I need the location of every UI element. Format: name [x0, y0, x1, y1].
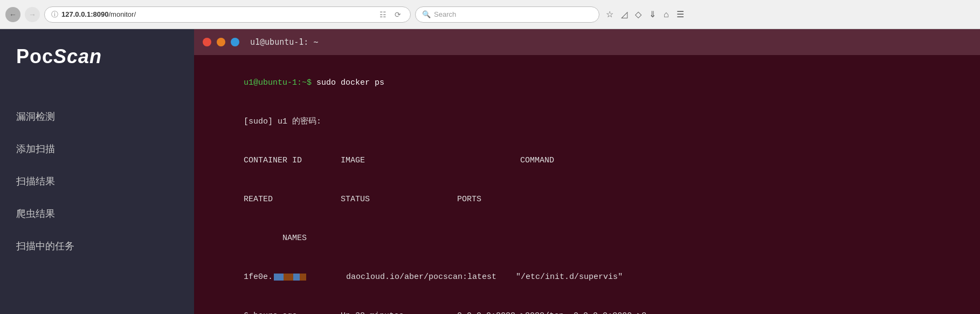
window-minimize-button[interactable] — [217, 38, 225, 46]
sidebar-item-scanning-tasks[interactable]: 扫描中的任务 — [0, 230, 194, 262]
library-icon[interactable]: ◿ — [621, 9, 627, 19]
address-text: 127.0.0.1:8090/monitor/ — [61, 10, 136, 18]
forward-button[interactable]: → — [25, 7, 40, 22]
terminal-line-2: [sudo] u1 的密码: — [205, 103, 969, 141]
sidebar-item-scan-results[interactable]: 扫描结果 — [0, 165, 194, 197]
terminal-line-1: u1@ubuntu-1:~$ sudo docker ps — [205, 64, 969, 103]
app-logo: PocScan — [0, 40, 194, 84]
search-bar[interactable]: 🔍 Search — [415, 6, 599, 23]
bookmarks-star-icon[interactable]: ☆ — [606, 9, 613, 19]
terminal-line-3: CONTAINER ID IMAGE COMMAND — [205, 141, 969, 180]
window-maximize-button[interactable] — [231, 38, 239, 46]
reader-icon[interactable]: ☷ — [377, 9, 389, 21]
terminal-body[interactable]: u1@ubuntu-1:~$ sudo docker ps [sudo] u1 … — [194, 55, 980, 314]
sidebar: PocScan 漏洞检测 添加扫描 扫描结果 爬虫结果 扫描中的任务 — [0, 29, 194, 314]
logo-scan: Scan — [53, 45, 102, 67]
terminal-line-6: 1fe0e. daocloud.io/aber/pocscan:latest "… — [205, 258, 969, 297]
terminal-line-4: REATED STATUS PORTS — [205, 180, 969, 219]
terminal-line-7: 6 hours ago Up 38 minutes 0.0.0.0:8088->… — [205, 297, 969, 314]
terminal-line-5: NAMES — [205, 219, 969, 258]
search-placeholder: Search — [434, 10, 456, 18]
sidebar-item-add-scan[interactable]: 添加扫描 — [0, 133, 194, 165]
refresh-button[interactable]: ⟳ — [392, 9, 404, 21]
sidebar-item-vuln-detect[interactable]: 漏洞检测 — [0, 100, 194, 133]
toolbar-icons: ☆ ◿ ◇ ⇓ ⌂ ☰ — [606, 9, 684, 19]
sidebar-nav: 漏洞检测 添加扫描 扫描结果 爬虫结果 扫描中的任务 — [0, 100, 194, 262]
home-icon[interactable]: ⌂ — [664, 10, 669, 19]
menu-icon[interactable]: ☰ — [677, 9, 684, 19]
address-bar[interactable]: ⓘ 127.0.0.1:8090/monitor/ ☷ ⟳ — [44, 6, 411, 23]
terminal-title: u1@ubuntu-1: ~ — [250, 37, 318, 47]
pocket-icon[interactable]: ◇ — [635, 9, 641, 19]
window-close-button[interactable] — [203, 38, 211, 46]
redacted-container-id — [274, 274, 306, 281]
sidebar-item-crawler-results[interactable]: 爬虫结果 — [0, 197, 194, 230]
logo-poc: Poc — [16, 45, 53, 67]
terminal-container: u1@ubuntu-1: ~ u1@ubuntu-1:~$ sudo docke… — [194, 29, 980, 314]
search-icon: 🔍 — [422, 10, 431, 18]
back-button[interactable]: ← — [5, 7, 20, 22]
main-layout: PocScan 漏洞检测 添加扫描 扫描结果 爬虫结果 扫描中的任务 — [0, 29, 980, 314]
browser-chrome: ← → ⓘ 127.0.0.1:8090/monitor/ ☷ ⟳ 🔍 Sear… — [0, 0, 980, 29]
download-icon[interactable]: ⇓ — [649, 9, 656, 19]
terminal-titlebar: u1@ubuntu-1: ~ — [194, 29, 980, 55]
security-icon: ⓘ — [51, 10, 58, 19]
